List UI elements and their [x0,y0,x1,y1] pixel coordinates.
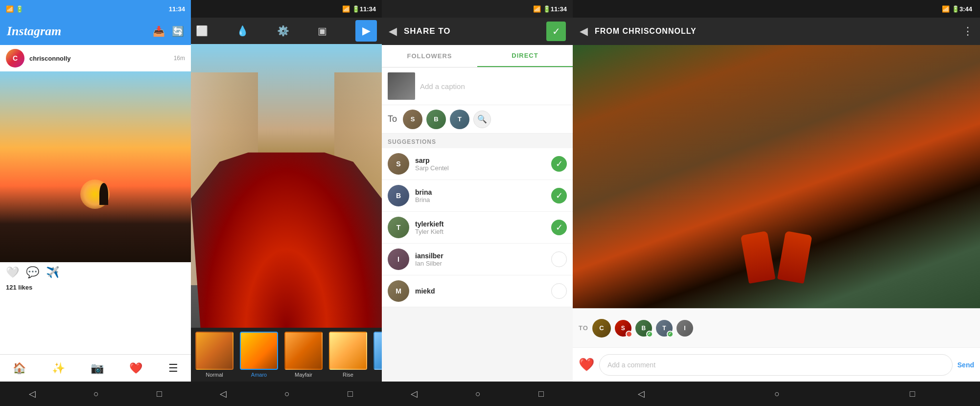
check-sarp[interactable]: ✓ [551,156,567,172]
home-nav-2[interactable]: ○ [284,389,290,399]
share-icon[interactable]: ✈️ [46,266,59,279]
suggestion-ian[interactable]: I iansilber Ian Silber [382,244,573,275]
editor-toolbar: ⬜ 💧 ⚙️ ▣ ▶ [191,18,382,44]
filter-thumb-normal [195,332,233,370]
caption-row: Add a caption [382,68,573,105]
filter-rise[interactable]: Rise [327,332,370,378]
suggestion-sarp[interactable]: S sarp Sarp Centel ✓ [382,148,573,180]
dm-recipients-row: TO C S B ✓ T ✓ I [573,308,980,347]
heart-button[interactable]: ❤️ [579,357,594,372]
dm-recipient-2[interactable]: B ✓ [635,320,652,337]
filter-strip: Normal Amaro Mayfair Rise Hudson [191,328,382,382]
sugg-info-brina: brina Brina [415,188,545,203]
dm-photo [573,45,980,308]
badge-green-2: ✓ [667,331,674,338]
back-nav-2[interactable]: ◁ [220,388,227,399]
dm-recipient-4[interactable]: I [677,320,693,337]
check-brina[interactable]: ✓ [551,188,567,203]
panel-instagram-feed: 📶 🔋 11:34 Instagram 📥 🔄 C chrisconnolly … [0,0,191,406]
dm-more-button[interactable]: ⋮ [962,25,973,38]
home-nav-3[interactable]: ○ [475,389,481,399]
recents-nav-4[interactable]: □ [910,389,915,399]
tab-followers[interactable]: FOLLOWERS [382,45,477,67]
nav-heart[interactable]: ❤️ [129,362,142,375]
post-username[interactable]: chrisconnolly [29,55,71,62]
like-icon[interactable]: 🤍 [6,266,19,279]
sugg-handle-sarp: Sarp Centel [415,164,545,172]
comment-placeholder: Add a comment [607,361,655,369]
back-nav-1[interactable]: ◁ [29,388,36,399]
filter-thumb-rise [329,332,367,370]
sugg-handle-tyler: Tyler Kieft [415,228,545,235]
check-ian[interactable] [551,251,567,267]
to-search-button[interactable]: 🔍 [473,111,491,128]
nav-camera[interactable]: 📷 [91,362,104,375]
filter-normal[interactable]: Normal [193,332,236,378]
brightness-icon[interactable]: ⚙️ [277,25,289,37]
crop-icon[interactable]: ▣ [318,25,327,37]
status-bar-2: 📶 🔋 11:34 [191,0,382,18]
sugg-info-tyler: tylerkieft Tyler Kieft [415,220,545,235]
filter-label-mayfair: Mayfair [295,372,312,378]
droplet-icon[interactable]: 💧 [236,25,249,37]
tab-direct[interactable]: DIRECT [477,45,573,67]
status-bar-4: 📶 🔋 3:44 [573,0,980,18]
android-nav-3: ◁ ○ □ [382,382,573,406]
home-nav-1[interactable]: ○ [93,389,99,399]
sugg-name-brina: brina [415,188,545,196]
header-icons: 📥 🔄 [153,25,184,37]
android-nav-2: ◁ ○ □ [191,382,382,406]
comment-input[interactable]: Add a comment [599,354,953,376]
suggestion-tyler[interactable]: T tylerkieft Tyler Kieft ✓ [382,212,573,244]
suggestion-miekd[interactable]: M miekd [382,275,573,307]
home-nav-4[interactable]: ○ [774,389,780,399]
refresh-icon[interactable]: 🔄 [172,25,184,37]
back-nav-4[interactable]: ◁ [638,388,645,399]
sugg-info-sarp: sarp Sarp Centel [415,157,545,172]
frame-icon[interactable]: ⬜ [196,25,208,37]
caption-thumbnail [388,72,415,100]
to-avatar-1[interactable]: S [403,110,422,129]
dm-back-button[interactable]: ◀ [580,25,588,38]
to-avatar-2[interactable]: B [426,110,446,129]
status-icons-4: 📶 🔋 [942,5,959,13]
back-nav-3[interactable]: ◁ [411,388,418,399]
share-back-button[interactable]: ◀ [389,25,397,38]
inbox-icon[interactable]: 📥 [153,25,165,37]
recents-nav-3[interactable]: □ [538,389,544,399]
recents-nav-1[interactable]: □ [157,389,162,399]
share-confirm-button[interactable]: ✓ [546,22,566,41]
sugg-name-ian: iansilber [415,252,545,260]
dm-recipient-1[interactable]: S [615,320,631,337]
dm-title: FROM CHRISCONNOLLY [595,27,956,36]
comment-icon[interactable]: 💬 [26,266,39,279]
nav-explore[interactable]: ✨ [52,362,65,375]
to-row: To S B T 🔍 [382,105,573,134]
filter-hudson[interactable]: Hudson [371,332,382,378]
to-avatar-3[interactable]: T [450,110,469,129]
nav-home[interactable]: 🏠 [13,362,26,375]
check-tyler[interactable]: ✓ [551,220,567,235]
user-avatar[interactable]: C [6,49,24,68]
android-nav-1: ◁ ○ □ [0,382,191,406]
badge-red-1 [626,331,632,338]
nav-profile[interactable]: ☰ [168,362,178,375]
status-icons-1: 📶 🔋 [6,5,23,13]
check-miekd[interactable] [551,283,567,299]
sugg-avatar-ian: I [388,248,409,270]
dm-recipient-3[interactable]: T ✓ [656,320,673,337]
status-time-2: 11:34 [360,5,376,13]
next-button[interactable]: ▶ [355,20,377,42]
sugg-avatar-tyler: T [388,217,409,238]
foot-right [777,231,813,284]
filter-amaro[interactable]: Amaro [237,332,280,378]
likes-count: 121 likes [0,283,191,292]
filter-mayfair[interactable]: Mayfair [282,332,325,378]
send-button[interactable]: Send [957,361,974,369]
sugg-handle-ian: Ian Silber [415,260,545,267]
suggestion-brina[interactable]: B brina Brina ✓ [382,180,573,212]
recents-nav-2[interactable]: □ [348,389,353,399]
status-time-4: 3:44 [959,5,972,13]
share-header: ◀ SHARE TO ✓ [382,18,573,45]
caption-input[interactable]: Add a caption [420,82,465,90]
